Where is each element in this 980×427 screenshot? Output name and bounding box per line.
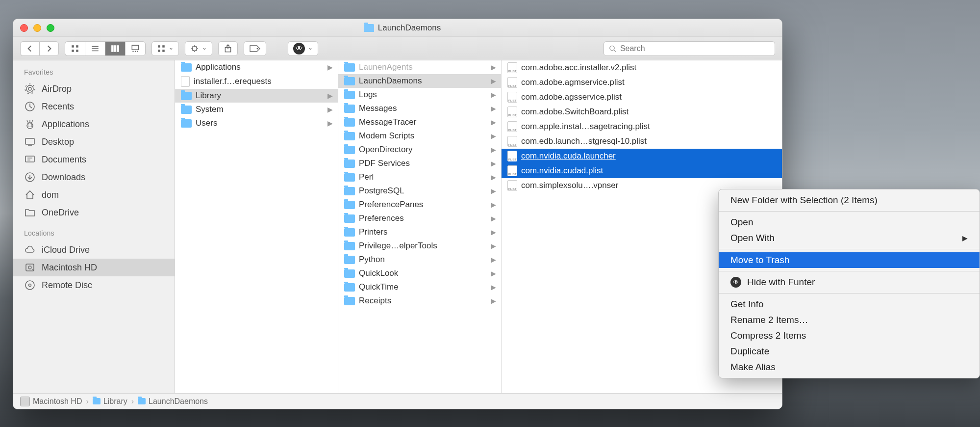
tags-button[interactable]: [244, 41, 266, 56]
menu-make-alias[interactable]: Make Alias: [719, 359, 980, 375]
sidebar-item-documents[interactable]: Documents: [13, 151, 175, 168]
menu-compress[interactable]: Compress 2 Items: [719, 328, 980, 344]
gallery-view-button[interactable]: [125, 41, 146, 56]
doc-icon: [24, 154, 36, 165]
folder-row[interactable]: System▶: [175, 103, 338, 116]
folder-icon: [181, 119, 192, 128]
forward-button[interactable]: [39, 41, 59, 56]
chevron-right-icon: ▶: [327, 92, 333, 100]
svg-rect-1: [76, 45, 78, 48]
path-item-library[interactable]: Library: [93, 397, 127, 406]
folder-row[interactable]: LaunenAgents▶: [338, 60, 501, 74]
menu-open-with[interactable]: Open With▶: [719, 230, 980, 246]
columns-area: Applications▶installer.f…erequestsLibrar…: [175, 60, 782, 393]
file-row[interactable]: installer.f…erequests: [175, 74, 338, 89]
file-row[interactable]: PLISTcom.apple.instal…sagetracing.plist: [502, 119, 782, 134]
funter-button[interactable]: 👁: [288, 41, 318, 56]
folder-row[interactable]: QuickTime▶: [338, 280, 501, 294]
minimize-button[interactable]: [33, 24, 41, 32]
plist-file-icon: PLIST: [507, 107, 517, 117]
sidebar-item-desktop[interactable]: Desktop: [13, 133, 175, 151]
file-row[interactable]: PLISTcom.nvidia.cuda.launcher: [502, 149, 782, 163]
disc-icon: [24, 279, 36, 291]
folder-row[interactable]: Perl▶: [338, 170, 501, 184]
sidebar-item-icloud-drive[interactable]: iCloud Drive: [13, 241, 175, 259]
file-row[interactable]: PLISTcom.nvidia.cudad.plist: [502, 163, 782, 178]
file-row[interactable]: PLISTcom.adobe.agmservice.plist: [502, 75, 782, 90]
plist-file-icon: PLIST: [507, 180, 517, 191]
chevron-right-icon: ▶: [491, 187, 496, 195]
sidebar-item-applications[interactable]: ⌂Applications: [13, 115, 175, 133]
view-mode-buttons: [65, 41, 146, 56]
sidebar-item-airdrop[interactable]: AirDrop: [13, 80, 175, 98]
path-item-launchdaemons[interactable]: LaunchDaemons: [138, 397, 208, 406]
folder-icon: [181, 63, 192, 72]
list-view-button[interactable]: [85, 41, 105, 56]
airdrop-icon: [24, 83, 36, 95]
svg-rect-31: [25, 156, 34, 162]
window-title: LaunchDaemons: [54, 23, 751, 33]
menu-hide-with-funter[interactable]: 👁Hide with Funter: [719, 274, 980, 290]
chevron-right-icon: ▶: [327, 63, 333, 71]
menu-rename[interactable]: Rename 2 Items…: [719, 312, 980, 328]
file-row[interactable]: PLISTcom.edb.launch…stgresql-10.plist: [502, 134, 782, 149]
sidebar-item-dom[interactable]: dom: [13, 186, 175, 204]
column-view-button[interactable]: [105, 41, 125, 56]
sidebar-item-downloads[interactable]: Downloads: [13, 168, 175, 186]
menu-move-to-trash[interactable]: Move to Trash: [719, 252, 980, 268]
folder-row[interactable]: Python▶: [338, 253, 501, 267]
folder-row[interactable]: OpenDirectory▶: [338, 143, 501, 157]
close-button[interactable]: [20, 24, 28, 32]
svg-point-38: [25, 281, 34, 290]
desktop-icon: [24, 136, 36, 148]
action-button[interactable]: [185, 41, 212, 56]
icon-view-button[interactable]: [65, 41, 85, 56]
path-item-root[interactable]: Macintosh HD: [20, 397, 82, 406]
folder-row[interactable]: Privilege…elperTools▶: [338, 239, 501, 253]
folder-row[interactable]: Printers▶: [338, 225, 501, 239]
menu-duplicate[interactable]: Duplicate: [719, 344, 980, 359]
svg-rect-2: [72, 50, 74, 52]
sidebar-item-onedrive[interactable]: OneDrive: [13, 204, 175, 221]
chevron-right-icon: ▶: [491, 173, 496, 181]
plist-file-icon: PLIST: [507, 165, 517, 176]
back-button[interactable]: [20, 41, 39, 56]
file-row[interactable]: PLISTcom.adobe.SwitchBoard.plist: [502, 105, 782, 119]
svg-point-23: [28, 87, 31, 90]
chevron-right-icon: ▶: [491, 160, 496, 167]
folder-row[interactable]: Users▶: [175, 116, 338, 130]
eye-icon: 👁: [730, 277, 741, 288]
folder-icon: [93, 398, 101, 404]
folder-row[interactable]: PreferencePanes▶: [338, 198, 501, 212]
chevron-right-icon: ▶: [491, 201, 496, 209]
arrange-button[interactable]: [151, 41, 179, 56]
search-input[interactable]: [620, 44, 770, 53]
sidebar-item-remote-disc[interactable]: Remote Disc: [13, 276, 175, 294]
folder-icon: [344, 132, 355, 140]
share-button[interactable]: [218, 41, 238, 56]
chevron-right-icon: ▶: [491, 214, 496, 222]
folder-row[interactable]: Library▶: [175, 89, 338, 103]
file-row[interactable]: PLISTcom.adobe.agsservice.plist: [502, 90, 782, 105]
folder-row[interactable]: Preferences▶: [338, 212, 501, 225]
menu-get-info[interactable]: Get Info: [719, 296, 980, 312]
folder-row[interactable]: Modem Scripts▶: [338, 129, 501, 143]
folder-row[interactable]: MessageTracer▶: [338, 115, 501, 129]
maximize-button[interactable]: [47, 24, 54, 32]
file-row[interactable]: PLISTcom.adobe.acc.installer.v2.plist: [502, 60, 782, 75]
sidebar-item-macintosh-hd[interactable]: Macintosh HD: [13, 259, 175, 276]
search-field[interactable]: [603, 41, 775, 56]
folder-row[interactable]: Receipts▶: [338, 294, 501, 308]
plist-file-icon: PLIST: [507, 77, 517, 88]
folder-row[interactable]: Applications▶: [175, 60, 338, 74]
folder-row[interactable]: Messages▶: [338, 102, 501, 115]
menu-new-folder-selection[interactable]: New Folder with Selection (2 Items): [719, 192, 980, 208]
menu-open[interactable]: Open: [719, 214, 980, 230]
folder-row[interactable]: Logs▶: [338, 88, 501, 102]
folder-icon: [344, 297, 355, 305]
sidebar-item-recents[interactable]: Recents: [13, 98, 175, 115]
folder-row[interactable]: LaunchDaemons▶: [338, 74, 501, 88]
folder-row[interactable]: PostgreSQL▶: [338, 184, 501, 198]
folder-row[interactable]: PDF Services▶: [338, 157, 501, 170]
folder-row[interactable]: QuickLook▶: [338, 267, 501, 280]
